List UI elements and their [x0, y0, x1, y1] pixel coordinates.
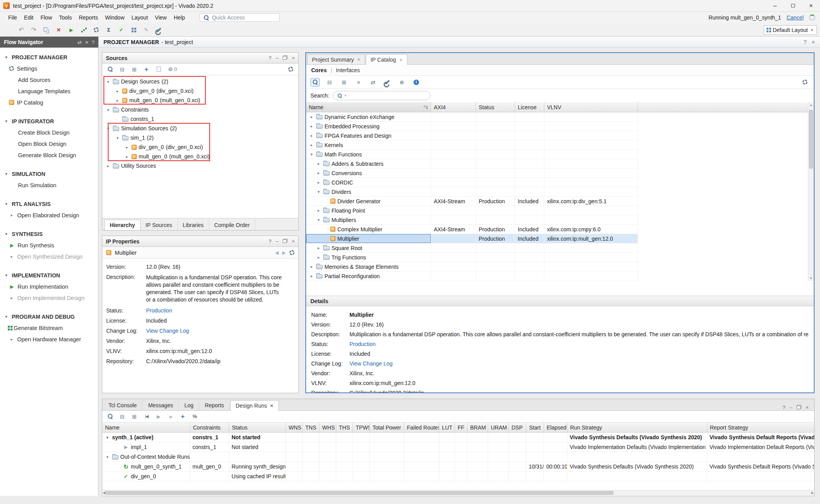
menu-icon[interactable]: ≡ [85, 39, 88, 45]
chevron-right-icon[interactable]: ▸ [309, 274, 314, 278]
flow-section-header-synthesis[interactable]: ▾SYNTHESIS [0, 228, 98, 240]
tab-ip-catalog[interactable]: IP Catalog× [366, 54, 407, 65]
panel-help-button[interactable]: ? [269, 55, 271, 61]
flow-item-create-block-design[interactable]: Create Block Design [0, 127, 98, 138]
skip-start-button[interactable]: |◀ [142, 412, 151, 421]
tree-item-sim-1[interactable]: ▾sim_1 (2) [102, 133, 298, 142]
flow-item-generate-block-design[interactable]: Generate Block Design [0, 149, 98, 161]
delete-button[interactable]: × [53, 25, 64, 35]
menu-file[interactable]: File [5, 13, 21, 22]
settings-button[interactable] [286, 65, 295, 74]
menu-tools[interactable]: Tools [55, 13, 75, 22]
tree-item-mult-gen-0[interactable]: ▸mult_gen_0 (mult_gen_0.xci) [102, 152, 298, 161]
panel-help-button[interactable]: ? [269, 238, 271, 244]
target-button[interactable]: ⊕ [397, 78, 406, 87]
catalog-row-divider-generator[interactable]: Divider GeneratorAXI4-StreamProductionIn… [306, 197, 638, 206]
catalog-row-dynamic-function-exchange[interactable]: ▸Dynamic Function eXchange [306, 112, 638, 122]
collapse-all-button[interactable]: ⊟ [325, 78, 334, 87]
catalog-row-embedded-processing[interactable]: ▸Embedded Processing [306, 122, 638, 131]
column-header-vlnv[interactable]: VLNV [544, 102, 638, 112]
catalog-row-conversions[interactable]: ▸Conversions [306, 169, 638, 178]
scroll-up-icon[interactable]: ▲ [808, 102, 814, 108]
check-button[interactable]: ✓ [116, 25, 127, 35]
panel-minimize-button[interactable]: – [276, 55, 278, 61]
edit-button[interactable]: ✎ [141, 25, 152, 35]
column-header-name[interactable]: Name^1 [306, 102, 431, 112]
menu-reports[interactable]: Reports [75, 13, 102, 22]
search-button[interactable] [105, 412, 115, 421]
catalog-row-partial-reconfiguration[interactable]: ▸Partial Reconfiguration [306, 272, 638, 281]
chevron-down-icon[interactable]: ▾ [105, 126, 111, 131]
flow-item-settings[interactable]: Settings [0, 63, 98, 74]
panel-float-button[interactable] [797, 405, 801, 410]
horizontal-scrollbar[interactable]: ◀ ▶ [103, 490, 814, 495]
expand-all-button[interactable]: ⊞ [130, 65, 139, 74]
column-header-total-power[interactable]: Total Power [370, 422, 404, 432]
flow-item-add-sources[interactable]: Add Sources [0, 74, 98, 85]
console-tab-messages[interactable]: Messages [143, 400, 178, 410]
console-tab-log[interactable]: Log [179, 400, 199, 410]
menu-window[interactable]: Window [102, 13, 128, 22]
column-header-dsp[interactable]: DSP [509, 422, 526, 432]
sources-tab-compile-order[interactable]: Compile Order [209, 220, 255, 230]
page-button[interactable] [154, 65, 163, 74]
copy-button[interactable] [41, 25, 52, 35]
column-header-uram[interactable]: URAM [488, 422, 509, 432]
menu-view[interactable]: View [152, 13, 170, 22]
search-button[interactable] [105, 65, 115, 74]
flow-section-header-ip-integrator[interactable]: ▾IP INTEGRATOR [0, 115, 98, 127]
panel-minimize-button[interactable]: – [790, 405, 792, 410]
column-header-lut[interactable]: LUT [439, 422, 455, 432]
ip-search-input[interactable]: ▾ [333, 91, 430, 100]
column-header-whs[interactable]: WHS [319, 422, 336, 432]
console-tab-design-runs[interactable]: Design Runs× [230, 400, 279, 411]
scroll-right-icon[interactable]: ▶ [811, 490, 814, 496]
catalog-row-cordic[interactable]: ▸CORDIC [306, 178, 638, 187]
chevron-right-icon[interactable]: ▸ [115, 98, 120, 103]
flow-item-run-synthesis[interactable]: ▶Run Synthesis [0, 240, 98, 251]
expand-all-button[interactable]: ⊞ [130, 412, 139, 421]
scroll-track[interactable] [808, 108, 814, 275]
minimize-button[interactable]: – [766, 0, 784, 11]
column-header-status[interactable]: Status [229, 422, 286, 432]
undo-button[interactable]: ↶ [16, 25, 27, 35]
chevron-right-icon[interactable]: ▸ [316, 255, 321, 259]
chevron-down-icon[interactable]: ▾ [105, 455, 110, 459]
catalog-row-multipliers[interactable]: ▾Multipliers [306, 215, 638, 225]
chevron-down-icon[interactable]: ▾ [316, 190, 321, 194]
tree-item-constraints[interactable]: ▾Constraints [102, 105, 298, 114]
vertical-scrollbar[interactable]: ▲ ▼ [808, 102, 814, 281]
plus-button[interactable]: + [178, 412, 187, 421]
column-header-tpws[interactable]: TPWS [353, 422, 370, 432]
close-icon[interactable]: × [812, 39, 815, 45]
catalog-row-kernels[interactable]: ▸Kernels [306, 140, 638, 150]
chevron-down-icon[interactable]: ▾ [115, 136, 120, 140]
chevron-right-icon[interactable]: ▸ [309, 115, 314, 119]
panel-help-button[interactable]: ? [783, 405, 785, 410]
expand-all-button[interactable]: ⊞ [339, 78, 349, 87]
list-button[interactable]: ≡ [354, 78, 363, 87]
collapse-all-button[interactable]: ⊟ [118, 412, 127, 421]
flow-item-run-simulation[interactable]: Run Simulation [0, 179, 98, 191]
field-value[interactable]: View Change Log [146, 328, 189, 334]
panel-close-button[interactable]: × [292, 55, 295, 61]
scroll-down-icon[interactable]: ▼ [808, 275, 814, 281]
forward-icon[interactable]: ▶ [282, 250, 286, 256]
wrench-button[interactable] [383, 78, 392, 87]
flow-item-open-synthesized-design[interactable]: ▸Open Synthesized Design [0, 251, 98, 262]
catalog-row-fpga-features-and-design[interactable]: ▸FPGA Features and Design [306, 131, 638, 140]
run-row-out-of-context-module-runs[interactable]: ▾Out-of-Context Module Runs [102, 452, 814, 462]
field-value[interactable]: Production [146, 307, 172, 314]
tree-item-constrs-1[interactable]: constrs_1 [102, 114, 298, 124]
chevron-down-icon[interactable]: ▾ [309, 152, 314, 156]
flow-item-open-implemented-design[interactable]: ▸Open Implemented Design [0, 292, 98, 303]
chevron-right-icon[interactable]: ▸ [309, 264, 314, 269]
quick-access-search[interactable]: Quick Access [200, 13, 280, 22]
flow-item-open-block-design[interactable]: Open Block Design [0, 138, 98, 149]
column-header-report-strategy[interactable]: Report Strategy [707, 422, 815, 432]
grid-button[interactable] [128, 25, 139, 35]
menu-flow[interactable]: Flow [37, 13, 56, 22]
chevron-right-icon[interactable]: ▸ [309, 143, 314, 147]
column-header-status[interactable]: Status [476, 102, 515, 112]
scroll-track[interactable] [105, 490, 811, 495]
